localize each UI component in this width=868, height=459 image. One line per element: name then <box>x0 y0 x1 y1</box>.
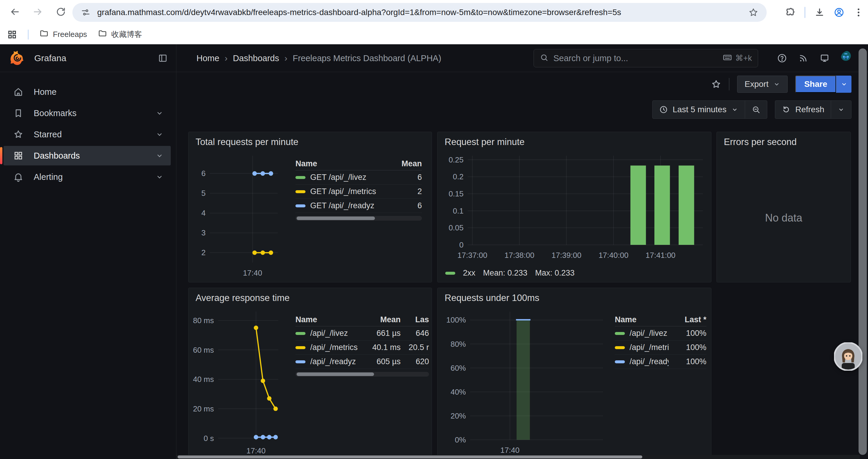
series-name[interactable]: GET /api/_/metrics <box>310 187 376 196</box>
chevron-down-icon[interactable] <box>155 109 164 117</box>
legend-header[interactable]: Mean <box>363 315 401 324</box>
apps-grid-icon[interactable] <box>7 30 17 40</box>
vertical-scrollbar-thumb[interactable] <box>859 48 867 455</box>
panel-title[interactable]: Requests under 100ms <box>445 293 539 303</box>
breadcrumb-home[interactable]: Home <box>196 54 219 63</box>
svg-text:60%: 60% <box>451 364 466 372</box>
series-value: 620 <box>401 357 429 366</box>
panel-title[interactable]: Average response time <box>195 293 289 303</box>
series-name[interactable]: GET /api/_/readyz <box>310 201 374 210</box>
under-100ms-chart[interactable]: 100%80%60%40%20%0%17:40 <box>442 307 607 458</box>
legend-header[interactable]: Las <box>401 315 429 324</box>
legend-scrollbar[interactable] <box>296 216 422 221</box>
legend-header[interactable]: Last * <box>669 315 706 324</box>
user-avatar[interactable] <box>841 51 856 66</box>
panel-request-per-minute[interactable]: Request per minute 0.250.20.150.10.05017… <box>437 132 711 282</box>
sidebar-item-starred[interactable]: Starred <box>4 125 171 144</box>
refresh-interval-button[interactable] <box>831 101 851 119</box>
zoom-out-button[interactable] <box>745 101 767 119</box>
time-range-button[interactable]: Last 5 minutes <box>653 101 745 119</box>
series-swatch[interactable] <box>296 190 306 193</box>
series-swatch[interactable] <box>296 346 306 349</box>
svg-text:17:38:00: 17:38:00 <box>505 251 534 260</box>
series-name[interactable]: GET /api/_/livez <box>310 173 366 182</box>
series-swatch[interactable] <box>296 332 306 335</box>
horizontal-scrollbar[interactable] <box>176 455 860 459</box>
favorite-star-icon[interactable] <box>711 79 721 89</box>
series-swatch[interactable] <box>615 346 625 349</box>
news-rss-icon[interactable] <box>798 53 808 63</box>
legend-header[interactable]: Name <box>615 315 669 324</box>
site-info-icon[interactable] <box>81 7 91 18</box>
svg-text:80%: 80% <box>451 340 466 349</box>
chevron-down-icon[interactable] <box>155 130 164 138</box>
panel-title[interactable]: Request per minute <box>445 137 525 147</box>
panel-title[interactable]: Total requests per minute <box>195 137 299 147</box>
svg-text:2: 2 <box>202 248 206 257</box>
panel-title[interactable]: Errors per second <box>724 137 797 147</box>
refresh-button[interactable]: Refresh <box>775 101 831 119</box>
profile-icon[interactable] <box>834 7 844 18</box>
chevron-down-icon[interactable] <box>155 152 164 160</box>
series-name[interactable]: /api/_/readyz <box>310 357 356 366</box>
download-icon[interactable] <box>814 7 825 18</box>
series-mean: Mean: 0.233 <box>483 268 527 277</box>
share-menu-button[interactable] <box>836 76 851 93</box>
series-swatch[interactable] <box>296 204 306 207</box>
series-name[interactable]: /api/_/readyz <box>629 357 669 366</box>
legend-header[interactable]: Name <box>296 159 384 168</box>
kiosk-monitor-icon[interactable] <box>819 53 830 63</box>
series-swatch[interactable] <box>615 360 625 363</box>
panel-avg-response-time[interactable]: Average response time 80 ms60 ms40 ms20 … <box>188 288 432 459</box>
vertical-scrollbar[interactable] <box>859 48 867 456</box>
chevron-down-icon <box>840 80 848 88</box>
bookmark-folder-blogs[interactable]: 收藏博客 <box>98 29 142 40</box>
help-icon[interactable] <box>777 53 787 63</box>
total-requests-chart[interactable]: 6543217:40 <box>193 151 280 280</box>
series-name[interactable]: /api/_/livez <box>629 329 668 338</box>
panel-total-requests[interactable]: Total requests per minute 6543217:40 Nam… <box>188 132 432 282</box>
series-swatch[interactable] <box>615 332 625 335</box>
refresh-icon <box>782 105 790 114</box>
breadcrumb-dashboards[interactable]: Dashboards <box>233 54 279 63</box>
sidebar-item-bookmarks[interactable]: Bookmarks <box>4 103 171 123</box>
bookmark-folder-freeleaps[interactable]: Freeleaps <box>39 29 87 40</box>
panel-errors-per-second[interactable]: Errors per second No data <box>716 132 851 282</box>
request-per-minute-chart[interactable]: 0.250.20.150.10.05017:37:0017:38:0017:39… <box>442 151 707 263</box>
toolbar-divider <box>729 78 730 90</box>
export-button[interactable]: Export <box>737 76 788 93</box>
sidebar-item-alerting[interactable]: Alerting <box>4 167 171 187</box>
legend-scrollbar[interactable] <box>296 372 429 376</box>
assistant-avatar[interactable] <box>834 342 862 371</box>
series-swatch[interactable] <box>296 176 306 179</box>
series-name[interactable]: /api/_/metrics <box>629 343 669 352</box>
back-button[interactable] <box>6 4 24 21</box>
sidebar-item-home[interactable]: Home <box>4 82 171 102</box>
chevron-down-icon[interactable] <box>155 173 164 181</box>
grafana-logo-icon[interactable] <box>9 50 26 67</box>
extensions-icon[interactable] <box>785 7 796 18</box>
address-bar[interactable]: grafana.mathmast.com/d/deytv4rwavabkb/fr… <box>72 3 767 22</box>
legend-header[interactable]: Mean <box>384 159 422 168</box>
bookmark-label: Freeleaps <box>53 30 87 39</box>
panel-requests-under-100ms[interactable]: Requests under 100ms 100%80%60%40%20%0%1… <box>437 288 711 459</box>
horizontal-scrollbar-thumb[interactable] <box>178 455 642 458</box>
sidebar-toggle-icon[interactable] <box>157 52 169 64</box>
share-label: Share <box>804 79 827 89</box>
forward-button[interactable] <box>29 4 47 21</box>
share-button[interactable]: Share <box>795 76 836 93</box>
search-input[interactable]: Search or jump to... ⌘+k <box>533 49 758 67</box>
reload-button[interactable] <box>52 4 70 21</box>
menu-kebab-icon[interactable] <box>853 7 864 18</box>
avg-response-chart[interactable]: 80 ms60 ms40 ms20 ms0 s17:40 <box>191 307 281 458</box>
series-swatch[interactable] <box>445 272 455 275</box>
sidebar-item-dashboards[interactable]: Dashboards <box>4 146 171 165</box>
series-name[interactable]: 2xx <box>463 268 475 277</box>
legend-header[interactable]: Name <box>296 315 363 324</box>
bookmark-star-icon[interactable] <box>748 7 758 18</box>
series-name[interactable]: /api/_/metrics <box>310 343 358 352</box>
series-name[interactable]: /api/_/livez <box>310 329 348 338</box>
series-swatch[interactable] <box>296 360 306 363</box>
url-text[interactable]: grafana.mathmast.com/d/deytv4rwavabkb/fr… <box>97 8 748 17</box>
clock-icon <box>659 105 668 114</box>
